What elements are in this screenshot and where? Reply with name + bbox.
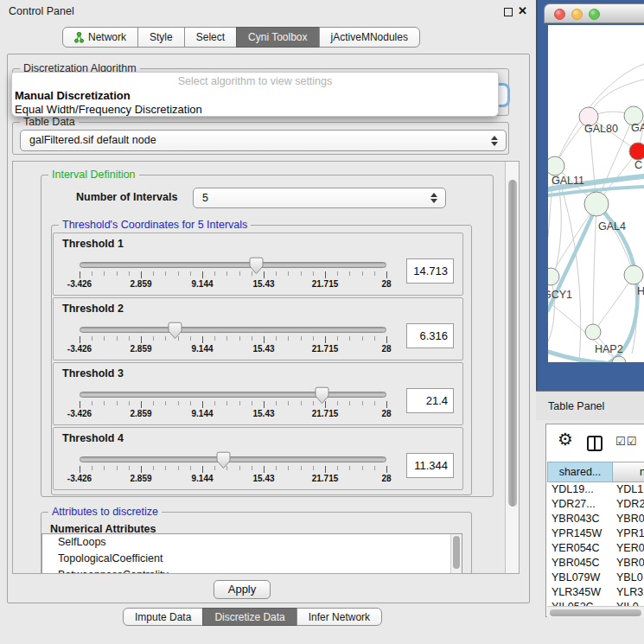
table-row[interactable]: YBL079WYBL0 — [547, 571, 644, 585]
network-node-gal4[interactable] — [584, 192, 609, 216]
threshold-4-slider-thumb[interactable] — [216, 451, 231, 469]
slider-tick-label: 28 — [365, 409, 408, 418]
table-row[interactable]: YBR043CYBR0 — [547, 512, 644, 526]
table-horizontal-scrollbar[interactable] — [547, 606, 644, 617]
threshold-4-slider-track[interactable] — [80, 456, 386, 462]
tab-style[interactable]: Style — [137, 27, 185, 48]
slider-tick — [92, 271, 92, 276]
table-hscrollbar-thumb[interactable] — [550, 609, 641, 616]
tab-select[interactable]: Select — [184, 27, 237, 48]
bottom-tab-discretize-data[interactable]: Discretize Data — [202, 608, 296, 626]
threshold-1-label: Threshold 1 — [62, 238, 124, 250]
attributes-list-scrollbar-thumb[interactable] — [453, 536, 460, 569]
traffic-light-close-icon[interactable] — [554, 9, 565, 20]
network-node-hap2[interactable] — [585, 324, 601, 340]
attribute-item-selfloops[interactable]: SelfLoops — [42, 534, 462, 551]
gear-icon[interactable]: ⚙ — [558, 430, 573, 448]
table-row[interactable]: YIL052CYIL0 — [547, 600, 644, 606]
column-header-shared-name[interactable]: shared... — [547, 462, 613, 482]
threshold-1-slider-thumb[interactable] — [249, 257, 264, 275]
attribute-item-topologicalcoefficient[interactable]: TopologicalCoefficient — [42, 551, 462, 567]
bottom-tab-infer-network[interactable]: Infer Network — [296, 608, 382, 626]
slider-tick — [313, 336, 314, 341]
table-row[interactable]: YLR345WYLR3 — [547, 585, 644, 600]
cell-name: YDL1 — [614, 482, 644, 497]
bottom-tab-impute-data[interactable]: Impute Data — [123, 608, 203, 626]
algorithm-option-equal-width-frequency-discretization[interactable]: Equal Width/Frequency Discretization — [15, 103, 202, 116]
threshold-3-value-field[interactable]: 21.4 — [406, 388, 454, 413]
close-icon[interactable]: ✕ — [518, 4, 527, 17]
combo-updown-icon[interactable] — [491, 136, 498, 146]
threshold-panel-2: Threshold 2-3.4262.8599.14415.4321.71528… — [53, 297, 463, 360]
checkbox-icons[interactable]: ☑☑ — [615, 435, 637, 448]
tab-network[interactable]: Network — [62, 27, 138, 48]
table-row[interactable]: YER054CYER0 — [547, 541, 644, 556]
split-columns-icon[interactable] — [587, 436, 603, 451]
threshold-4-value-field[interactable]: 11.344 — [406, 453, 454, 478]
threshold-2-slider-thumb[interactable] — [168, 322, 182, 340]
slider-tick — [104, 336, 105, 341]
threshold-1-slider-track[interactable] — [80, 262, 386, 268]
slider-tick — [337, 401, 338, 405]
slider-tick — [202, 401, 203, 408]
traffic-light-zoom-icon[interactable] — [589, 9, 600, 20]
network-canvas[interactable]: GAL80GACGAL11GAL4GCY1HHAP2 — [548, 25, 644, 362]
network-node-label-gal80: GAL80 — [584, 123, 618, 135]
slider-tick — [288, 401, 289, 405]
table-row[interactable]: YBR045CYBR0 — [547, 556, 644, 571]
slider-tick — [129, 271, 130, 276]
network-window: GAL80GACGAL11GAL4GCY1HHAP2 — [538, 0, 644, 391]
threshold-2-value-field[interactable]: 6.316 — [406, 323, 454, 348]
slider-tick — [276, 401, 277, 405]
threshold-1-value-field[interactable]: 14.713 — [406, 258, 454, 284]
slider-tick — [117, 401, 118, 405]
apply-button[interactable]: Apply — [214, 580, 271, 599]
column-header-name[interactable]: n — [613, 462, 644, 482]
slider-tick — [362, 271, 363, 276]
attributes-list-scrollbar[interactable] — [450, 534, 462, 574]
slider-tick — [80, 336, 80, 343]
threshold-2-label: Threshold 2 — [62, 303, 124, 315]
slider-tick — [214, 336, 215, 341]
attribute-item-betweennesscentrality[interactable]: BetweennessCentrality — [42, 567, 462, 574]
table-row[interactable]: YDL19...YDL1 — [547, 482, 644, 497]
network-node-gcy1[interactable] — [548, 268, 559, 285]
network-node-gal11[interactable] — [548, 156, 564, 175]
table-row[interactable]: YDR27...YDR2 — [547, 497, 644, 512]
spinner-updown-icon[interactable] — [430, 193, 437, 203]
control-panel-title: Control Panel — [9, 5, 74, 17]
slider-tick — [386, 401, 387, 408]
slider-tick — [386, 336, 387, 343]
table-data-combobox[interactable]: galFiltered.sif default node — [20, 130, 507, 151]
network-node-label-red-node: C — [634, 159, 642, 171]
threshold-3-slider-thumb[interactable] — [315, 386, 329, 405]
network-node-mid-right[interactable] — [624, 265, 643, 284]
control-panel-titlebar: Control Panel ✕ — [0, 0, 536, 22]
algorithm-option-manual-discretization[interactable]: Manual Discretization — [15, 89, 131, 102]
threshold-panel-3: Threshold 3-3.4262.8599.14415.4321.71528… — [53, 362, 463, 425]
slider-tick — [104, 466, 105, 470]
slider-tick-label: 28 — [365, 344, 408, 354]
slider-tick-label: 21.715 — [303, 409, 347, 418]
network-node-label-mid-right: H — [637, 285, 644, 297]
float-window-icon[interactable] — [504, 8, 513, 16]
threshold-2-slider-track[interactable] — [80, 327, 386, 333]
traffic-light-minimize-icon[interactable] — [571, 9, 583, 20]
table-row[interactable]: YPR145WYPR1 — [547, 526, 644, 541]
algorithm-popup-placeholder: Select algorithm to view settings — [12, 75, 498, 87]
threshold-3-slider-track[interactable] — [80, 392, 386, 398]
tab-cyni-toolbox[interactable]: Cyni Toolbox — [236, 27, 319, 48]
settings-vertical-scrollbar[interactable] — [505, 162, 519, 573]
slider-tick — [129, 336, 130, 341]
network-node-label-gal4: GAL4 — [598, 220, 626, 233]
number-of-intervals-spinner[interactable]: 5 — [193, 188, 446, 208]
top-tab-strip: NetworkStyleSelectCyni ToolboxjActiveMNo… — [62, 27, 420, 48]
slider-tick — [264, 336, 265, 343]
algorithm-dropdown-popup: Select algorithm to view settings Manual… — [11, 72, 499, 117]
network-window-titlebar[interactable] — [544, 3, 644, 23]
tab-jactivemnodules[interactable]: jActiveMNodules — [319, 27, 420, 48]
settings-scrollbar-thumb[interactable] — [508, 180, 517, 507]
slider-tick-label: 21.715 — [303, 474, 347, 483]
slider-tick — [349, 466, 350, 470]
network-node-red-node[interactable] — [629, 143, 644, 160]
